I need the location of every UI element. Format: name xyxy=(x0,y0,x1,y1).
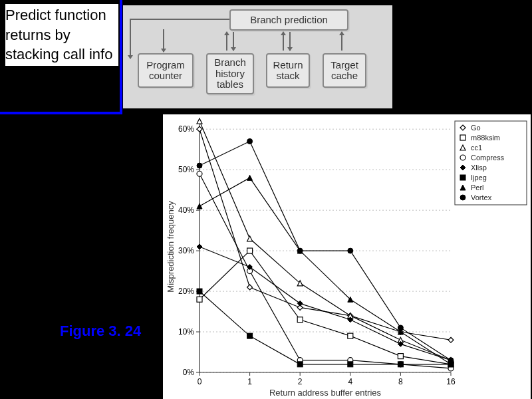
arrow-icon xyxy=(163,29,164,52)
target-cache-label: Target cache xyxy=(331,60,358,82)
svg-point-82 xyxy=(348,248,353,253)
svg-rect-46 xyxy=(348,333,353,338)
svg-marker-49 xyxy=(197,118,202,124)
svg-text:2: 2 xyxy=(298,377,303,386)
misprediction-chart: 0%10%20%30%40%50%60%0124816Return addres… xyxy=(163,114,531,399)
target-cache-box: Target cache xyxy=(323,53,366,88)
svg-point-80 xyxy=(247,138,253,144)
svg-rect-88 xyxy=(460,135,466,140)
svg-point-55 xyxy=(197,171,202,176)
arrow-icon xyxy=(130,19,131,59)
program-counter-label: Program counter xyxy=(146,60,185,82)
svg-rect-45 xyxy=(297,317,303,323)
branch-prediction-box: Branch prediction xyxy=(229,9,348,31)
svg-rect-44 xyxy=(247,248,253,253)
svg-text:Xlisp: Xlisp xyxy=(471,164,487,172)
figure-label: Figure 3. 24 xyxy=(60,323,141,340)
svg-marker-61 xyxy=(197,244,202,249)
svg-marker-42 xyxy=(448,337,454,342)
arrow-icon xyxy=(226,32,227,51)
svg-text:30%: 30% xyxy=(178,246,194,255)
branch-history-label: Branch history tables xyxy=(214,57,246,90)
svg-marker-38 xyxy=(247,285,253,290)
svg-text:20%: 20% xyxy=(178,287,194,296)
svg-text:Compress: Compress xyxy=(471,154,505,162)
svg-text:10%: 10% xyxy=(178,327,194,336)
svg-text:Ijpeg: Ijpeg xyxy=(471,174,487,182)
svg-text:16: 16 xyxy=(446,377,456,386)
svg-marker-50 xyxy=(247,236,253,241)
svg-text:4: 4 xyxy=(348,377,352,386)
svg-text:0%: 0% xyxy=(183,368,195,377)
svg-rect-68 xyxy=(247,333,253,338)
svg-point-79 xyxy=(197,163,202,168)
connector-line xyxy=(130,19,229,20)
svg-rect-70 xyxy=(348,362,353,367)
svg-text:50%: 50% xyxy=(178,165,194,174)
svg-rect-43 xyxy=(197,297,202,302)
svg-text:Go: Go xyxy=(471,124,481,132)
svg-point-100 xyxy=(460,195,466,200)
arrow-icon xyxy=(341,32,342,51)
svg-point-81 xyxy=(297,248,303,253)
svg-text:Vortex: Vortex xyxy=(471,194,492,201)
svg-text:0: 0 xyxy=(198,377,202,386)
svg-point-92 xyxy=(460,155,466,160)
arrow-icon xyxy=(289,32,291,51)
svg-marker-74 xyxy=(247,175,253,180)
branch-history-box: Branch history tables xyxy=(206,53,254,94)
branch-diagram: Branch prediction Program counter Branch… xyxy=(123,5,392,108)
svg-text:Misprediction frequency: Misprediction frequency xyxy=(166,201,176,293)
arrow-icon xyxy=(233,32,234,51)
title-text: Predict function returns by stacking cal… xyxy=(5,4,118,66)
svg-marker-63 xyxy=(297,301,303,306)
svg-text:1: 1 xyxy=(247,377,252,386)
program-counter-box: Program counter xyxy=(138,53,194,88)
svg-text:m88ksim: m88ksim xyxy=(471,134,500,142)
return-stack-box: Return stack xyxy=(266,53,310,88)
svg-text:cc1: cc1 xyxy=(471,144,482,152)
svg-point-84 xyxy=(448,358,454,363)
svg-marker-73 xyxy=(197,203,202,209)
svg-text:40%: 40% xyxy=(178,205,194,215)
svg-rect-47 xyxy=(398,354,403,359)
svg-text:Return address buffer entries: Return address buffer entries xyxy=(269,388,382,398)
svg-text:60%: 60% xyxy=(178,124,194,134)
svg-rect-96 xyxy=(460,175,466,180)
branch-prediction-label: Branch prediction xyxy=(250,15,328,26)
arrow-icon xyxy=(283,32,284,51)
svg-marker-37 xyxy=(197,126,202,132)
svg-point-83 xyxy=(398,325,403,331)
svg-rect-67 xyxy=(197,289,202,294)
svg-rect-69 xyxy=(297,362,303,367)
svg-text:8: 8 xyxy=(398,377,403,386)
svg-rect-71 xyxy=(398,362,403,367)
svg-text:Perl: Perl xyxy=(471,184,484,192)
return-stack-label: Return stack xyxy=(273,60,303,82)
